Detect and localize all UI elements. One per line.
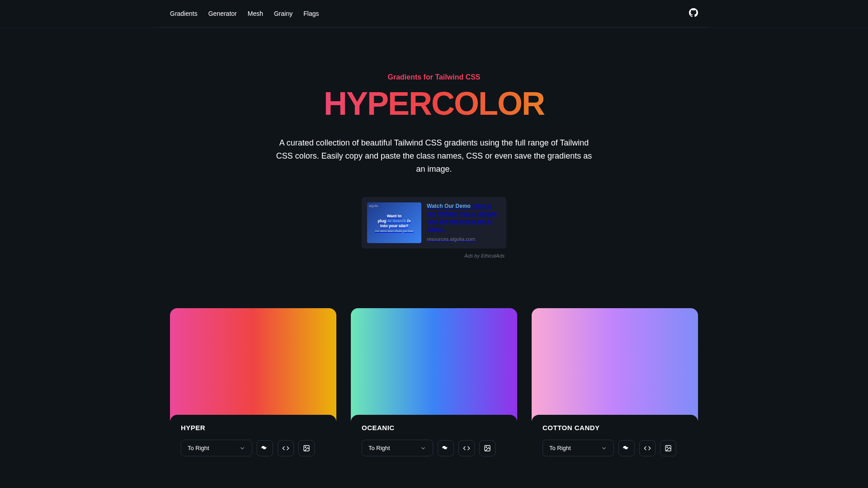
chevron-down-icon [239, 445, 245, 451]
hero-description: A curated collection of beautiful Tailwi… [271, 136, 597, 175]
download-image-button[interactable] [479, 440, 495, 456]
direction-select[interactable]: To Right [362, 440, 433, 456]
chevron-down-icon [601, 445, 607, 451]
ad-image-text: Want to plug AI Search /> into your site… [378, 214, 411, 228]
gradient-card-cotton-candy: COTTON CANDY To Right [532, 308, 698, 465]
card-title: OCEANIC [362, 424, 506, 432]
github-icon [689, 8, 698, 17]
svg-point-3 [486, 447, 487, 448]
nav-link-gradients[interactable]: Gradients [170, 10, 198, 17]
code-icon [463, 445, 470, 452]
nav-link-flags[interactable]: Flags [303, 10, 319, 17]
download-image-button[interactable] [298, 440, 315, 456]
card-controls: To Right [181, 440, 326, 456]
gradient-cards: HYPER To Right [159, 308, 709, 465]
hero-title: HYPERCOLOR [219, 85, 649, 122]
top-nav: Gradients Generator Mesh Grainy Flags [159, 0, 709, 28]
direction-label: To Right [368, 445, 390, 451]
download-image-button[interactable] [660, 440, 676, 456]
ads-label[interactable]: Ads by EthicalAds [362, 253, 506, 258]
tailwind-icon [261, 446, 269, 450]
nav-links: Gradients Generator Mesh Grainy Flags [170, 10, 319, 17]
github-link[interactable] [689, 8, 698, 19]
nav-link-generator[interactable]: Generator [208, 10, 237, 17]
ad-link: Watch Our Demo [427, 203, 471, 209]
hero-subtitle: Gradients for Tailwind CSS [219, 73, 649, 81]
ad-box[interactable]: algolia Want to plug AI Search /> into y… [362, 197, 506, 249]
card-body: OCEANIC To Right [351, 415, 517, 465]
copy-css-button[interactable] [458, 440, 475, 456]
direction-label: To Right [549, 445, 571, 451]
copy-css-button[interactable] [278, 440, 294, 456]
card-body: HYPER To Right [170, 415, 336, 465]
ad-image-logo: algolia [369, 204, 378, 207]
card-title: COTTON CANDY [542, 424, 687, 432]
image-icon [484, 445, 491, 452]
direction-button[interactable]: To Right [542, 440, 614, 456]
direction-label: To Right [188, 445, 209, 451]
nav-link-grainy[interactable]: Grainy [274, 10, 292, 17]
nav-link-mesh[interactable]: Mesh [248, 10, 263, 17]
tailwind-icon [623, 446, 630, 450]
copy-tailwind-button[interactable] [438, 440, 454, 456]
direction-select[interactable]: To Right [542, 440, 614, 456]
ad-image: algolia Want to plug AI Search /> into y… [367, 202, 421, 243]
code-icon [644, 445, 651, 452]
card-controls: To Right [542, 440, 687, 456]
gradient-swatch[interactable] [170, 308, 336, 421]
svg-point-1 [305, 447, 306, 448]
image-icon [303, 445, 310, 452]
ad-image-sub: Our demo team shows you how. [375, 230, 414, 232]
direction-button[interactable]: To Right [181, 440, 252, 456]
hero: Gradients for Tailwind CSS HYPERCOLOR A … [208, 28, 660, 258]
copy-tailwind-button[interactable] [618, 440, 635, 456]
card-title: HYPER [181, 424, 326, 432]
svg-point-5 [667, 447, 668, 448]
gradient-card-hyper: HYPER To Right [170, 308, 336, 465]
ad-text: Watch Our Demo video to see firsthand ho… [427, 202, 501, 243]
card-controls: To Right [362, 440, 506, 456]
card-body: COTTON CANDY To Right [532, 415, 698, 465]
code-icon [282, 445, 289, 452]
copy-tailwind-button[interactable] [257, 440, 273, 456]
direction-button[interactable]: To Right [362, 440, 433, 456]
image-icon [665, 445, 672, 452]
gradient-swatch[interactable] [532, 308, 698, 421]
ad-source: resources.algolia.com [427, 236, 501, 243]
chevron-down-icon [420, 445, 426, 451]
gradient-card-oceanic: OCEANIC To Right [351, 308, 517, 465]
direction-select[interactable]: To Right [181, 440, 252, 456]
gradient-swatch[interactable] [351, 308, 517, 421]
copy-css-button[interactable] [639, 440, 656, 456]
tailwind-icon [442, 446, 449, 450]
